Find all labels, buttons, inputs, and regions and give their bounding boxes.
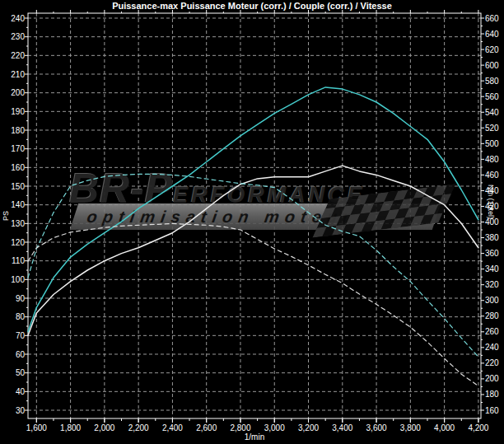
plot-curves [0, 0, 504, 444]
curve-power-optimized [28, 87, 478, 332]
curve-torque-original [28, 223, 478, 386]
dyno-chart: Puissance-max Puissance Moteur (corr.) /… [0, 0, 504, 444]
curve-power-original [28, 166, 478, 335]
